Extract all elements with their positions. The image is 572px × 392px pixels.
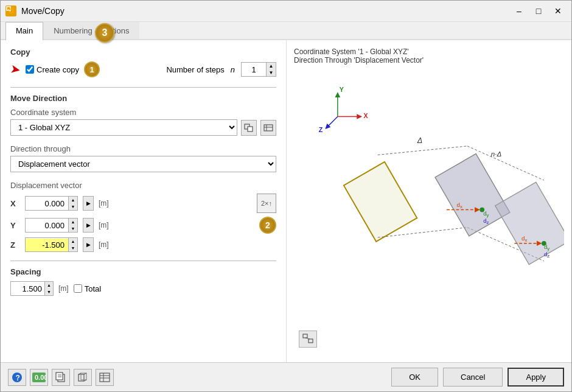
coordinate-system-row: 1 - Global XYZ: [10, 119, 276, 136]
y-unit-label: [m]: [99, 221, 109, 229]
direction-through-select[interactable]: Displacement vector: [10, 156, 276, 172]
svg-point-32: [542, 241, 546, 246]
direction-through-label: Direction through: [10, 144, 276, 153]
svg-rect-5: [264, 125, 273, 131]
x-vector-row: X ▲ ▼ ▶ [m] 2×↑: [10, 194, 276, 213]
right-panel: Coordinate System '1 - Global XYZ' Direc…: [287, 40, 571, 362]
z-spinbtns: ▲ ▼: [68, 238, 77, 251]
diagram-title-line1: Coordinate System '1 - Global XYZ': [294, 47, 564, 56]
red-arrow-icon: ➤: [9, 61, 22, 78]
y-spinbtns: ▲ ▼: [68, 219, 77, 232]
y-up-btn[interactable]: ▲: [69, 219, 77, 225]
svg-text:Z: Z: [319, 126, 323, 133]
x-spinbtns: ▲ ▼: [68, 197, 77, 210]
spinbox-buttons: ▲ ▼: [266, 63, 276, 76]
badge-2: 2: [259, 217, 276, 234]
window-controls: – □ ✕: [511, 4, 567, 18]
close-button[interactable]: ✕: [549, 4, 567, 18]
steps-up-button[interactable]: ▲: [266, 63, 276, 69]
y-input[interactable]: [26, 219, 68, 232]
z-input[interactable]: [26, 239, 68, 251]
y-axis-label: Y: [10, 221, 20, 230]
coord-icon-btn-2[interactable]: [260, 120, 276, 136]
move-icon-button[interactable]: [74, 369, 92, 386]
x-arrow-btn[interactable]: ▶: [83, 196, 94, 211]
bottom-icons: ? 0.00: [8, 369, 114, 386]
x-up-btn[interactable]: ▲: [69, 197, 77, 203]
minimize-button[interactable]: –: [511, 4, 528, 18]
x-input[interactable]: [26, 197, 68, 210]
window-title: Move/Copy: [21, 6, 506, 16]
svg-text:0.00: 0.00: [35, 374, 46, 381]
spacing-spinbtns: ▲ ▼: [44, 282, 53, 295]
z-down-btn[interactable]: ▼: [69, 245, 77, 251]
spacing-down-btn[interactable]: ▼: [44, 289, 53, 295]
svg-rect-22: [495, 182, 564, 264]
displacement-vector-label: Displacement vector: [10, 181, 276, 190]
z-arrow-btn[interactable]: ▶: [83, 237, 94, 252]
spacing-section: Spacing ▲ ▼ [m] Total: [10, 267, 276, 296]
table-icon-button[interactable]: [96, 369, 114, 386]
number-steps-row: Number of steps n 1 ▲ ▼: [166, 62, 276, 77]
svg-text:n·Δ: n·Δ: [491, 150, 501, 158]
badge-1: 1: [84, 61, 100, 77]
total-checkbox[interactable]: [74, 284, 82, 293]
number-of-steps-label: Number of steps: [166, 65, 224, 74]
y-input-wrap: ▲ ▼: [25, 218, 78, 233]
create-copy-checkbox[interactable]: [26, 65, 34, 74]
diagram-info: Coordinate System '1 - Global XYZ' Direc…: [294, 47, 564, 65]
left-panel: Copy ➤ Create copy 1 Number of steps n 1: [1, 40, 287, 362]
multiply-button[interactable]: 2×↑: [257, 194, 276, 213]
x-down-btn[interactable]: ▼: [69, 203, 77, 210]
direction-through-row: Displacement vector: [10, 156, 276, 172]
svg-rect-41: [56, 373, 63, 380]
svg-rect-34: [309, 339, 313, 343]
z-up-btn[interactable]: ▲: [69, 238, 77, 245]
z-vector-row: Z ▲ ▼ ▶ [m]: [10, 237, 276, 252]
svg-line-10: [326, 117, 337, 128]
apply-button[interactable]: Apply: [507, 368, 564, 387]
copy-row: ➤ Create copy 1 Number of steps n 1 ▲: [10, 61, 276, 77]
svg-rect-4: [248, 127, 253, 131]
create-copy-label: Create copy: [26, 65, 79, 74]
ok-button[interactable]: OK: [391, 368, 438, 387]
fit-view-button[interactable]: [299, 331, 317, 348]
y-arrow-btn[interactable]: ▶: [83, 218, 94, 233]
spacing-input[interactable]: [11, 282, 44, 295]
copy-section: Copy ➤ Create copy 1 Number of steps n 1: [10, 47, 276, 77]
y-down-btn[interactable]: ▼: [69, 225, 77, 232]
z-unit-label: [m]: [99, 240, 109, 249]
tabs-container: Main Numbering & Options 3: [1, 22, 571, 40]
zero-button[interactable]: 0.00: [30, 369, 48, 386]
diagram-area: Y X Z Δ n·Δ: [294, 69, 564, 352]
svg-point-31: [480, 208, 484, 212]
svg-rect-49: [100, 373, 110, 382]
tab-main[interactable]: Main: [5, 22, 43, 40]
spacing-up-btn[interactable]: ▲: [44, 282, 53, 289]
move-direction-section: Move Direction Coordinate system 1 - Glo…: [10, 94, 276, 172]
maximize-button[interactable]: □: [530, 4, 547, 18]
tab-bar: Main Numbering & Options: [1, 22, 571, 40]
svg-text:Y: Y: [340, 86, 344, 93]
copy-icon-button[interactable]: [52, 369, 70, 386]
svg-rect-14: [344, 162, 417, 242]
x-unit-label: [m]: [99, 199, 109, 208]
tab-numbering[interactable]: Numbering & Options: [43, 22, 139, 39]
coordinate-system-label: Coordinate system: [10, 108, 276, 117]
z-input-wrap: ▲ ▼: [25, 237, 78, 252]
n-label: n: [231, 65, 235, 74]
app-icon: [5, 5, 16, 16]
coordinate-system-select[interactable]: 1 - Global XYZ: [10, 119, 237, 136]
svg-text:Δ: Δ: [417, 136, 422, 145]
spacing-unit-label: [m]: [58, 284, 69, 293]
x-axis-label: X: [10, 199, 20, 208]
help-button[interactable]: ?: [8, 369, 26, 386]
diagram-title-line2: Direction Through 'Displacement Vector': [294, 56, 564, 65]
svg-line-15: [378, 146, 467, 155]
coord-icon-btn-1[interactable]: [241, 120, 257, 136]
svg-rect-33: [303, 334, 307, 338]
steps-input[interactable]: 1: [242, 64, 266, 75]
steps-down-button[interactable]: ▼: [266, 69, 276, 76]
svg-text:?: ?: [16, 374, 20, 382]
cancel-button[interactable]: Cancel: [443, 368, 503, 387]
